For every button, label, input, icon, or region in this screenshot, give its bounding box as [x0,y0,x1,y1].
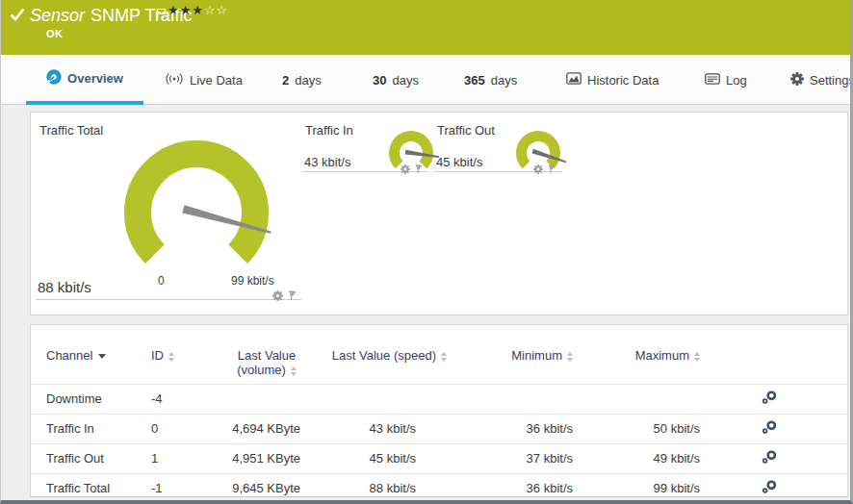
status-badge: OK [46,28,64,39]
channel-maximum: 50 kbit/s [599,415,724,444]
channel-name[interactable]: Downtime [31,385,151,415]
tab-2-days-number: 2 [282,73,289,88]
main-gauge-scale-min: 0 [158,274,165,288]
tab-overview[interactable]: Overview [26,55,143,105]
tab-30-days-number: 30 [373,73,386,88]
channel-minimum: 36 kbit/s [454,474,599,504]
traffic-total-value: 88 kbit/s [38,279,91,295]
channel-id: 0 [151,415,214,444]
channel-name[interactable]: Traffic Out [31,444,151,474]
gauges-panel: Traffic Total 0 99 kbit/s 88 kbit/s [30,112,848,315]
sensor-header: SensorSNMP Traffic ★★★☆☆ OK [1,0,850,55]
tab-overview-label: Overview [67,71,123,86]
tab-live-data[interactable]: Live Data [163,55,245,105]
tab-bar: Overview Live Data 2 days 30 days 365 da… [1,55,850,105]
channel-id: 1 [151,444,214,474]
column-header-last-value-volume[interactable]: Last Value (volume) [214,325,320,385]
traffic-out-value: 45 kbit/s [436,155,482,169]
sensor-title-prefix: Sensor [30,6,85,25]
column-header-actions [724,325,847,385]
channel-maximum [599,385,724,415]
column-header-channel[interactable]: Channel [31,325,151,385]
tab-30-days-label: days [392,73,418,88]
gauge-gear-icon[interactable] [272,288,283,305]
table-row: Traffic Total -1 9,645 KByte 88 kbit/s 3… [31,474,847,504]
main-gauge-scale-max: 99 kbit/s [231,274,274,288]
channel-id: -4 [151,385,214,415]
column-header-id[interactable]: ID [151,325,214,385]
gauge-pin-icon[interactable] [287,288,297,305]
channel-settings-icon[interactable] [762,450,777,466]
channel-last-value-volume: 9,645 KByte [214,474,320,504]
sort-icon [168,352,174,362]
channels-panel: Channel ID Last Value (volume) L [30,324,848,497]
tab-historic-data-label: Historic Data [587,73,659,88]
priority-stars-filled[interactable]: ★★★ [168,3,204,17]
column-header-maximum[interactable]: Maximum [599,325,724,385]
sort-icon [567,352,573,362]
traffic-in-gauge-title: Traffic In [305,123,353,138]
sort-icon [441,352,447,362]
channel-last-value-volume: 4,694 KByte [214,415,320,444]
sort-icon [694,352,700,362]
favorite-flag-icon[interactable] [156,7,167,24]
gauge-pin-icon[interactable] [547,161,556,178]
tab-365-days-number: 365 [464,73,485,88]
tab-2-days-label: days [295,73,321,88]
prtg-sensor-window: SensorSNMP Traffic ★★★☆☆ OK Overview [0,0,853,504]
main-gauge-controls [272,288,297,305]
priority-stars[interactable]: ★★★☆☆ [168,3,228,17]
channel-name[interactable]: Traffic In [31,415,151,444]
tab-2-days[interactable]: 2 days [280,55,323,105]
tab-365-days-label: days [491,73,517,88]
channels-table: Channel ID Last Value (volume) L [31,325,847,503]
channel-minimum [454,385,599,415]
tab-historic-data[interactable]: Historic Data [564,55,660,105]
traffic-out-controls [533,161,556,178]
traffic-in-value: 43 kbit/s [304,155,350,169]
tab-settings-label: Settings [810,73,853,88]
table-header-row: Channel ID Last Value (volume) L [31,325,847,385]
channel-last-value-speed [320,385,454,415]
divider [36,299,301,300]
channel-maximum: 49 kbit/s [599,444,724,474]
channel-settings-icon[interactable] [762,420,777,437]
channel-settings-icon[interactable] [762,391,777,407]
channel-settings-icon[interactable] [762,480,777,496]
channel-id: -1 [151,474,214,504]
traffic-in-controls [401,161,423,178]
gauge-pin-icon[interactable] [414,161,423,178]
gauge-gear-icon[interactable] [533,161,543,178]
channel-name[interactable]: Traffic Total [31,474,151,504]
tab-log-label: Log [726,73,747,88]
traffic-out-gauge-title: Traffic Out [437,123,495,138]
sort-desc-icon [98,354,106,359]
table-row: Traffic In 0 4,694 KByte 43 kbit/s 36 kb… [31,415,847,444]
content-area: Traffic Total 0 99 kbit/s 88 kbit/s [1,105,850,497]
main-gauge-title: Traffic Total [39,123,103,138]
channel-maximum: 99 kbit/s [599,474,724,504]
channel-minimum: 36 kbit/s [454,415,599,444]
priority-stars-empty[interactable]: ☆☆ [204,3,228,17]
tab-log[interactable]: Log [703,55,749,105]
gauge-gear-icon[interactable] [401,161,410,178]
channel-last-value-speed: 45 kbit/s [320,444,454,474]
chart-tab-icon [566,72,582,88]
channel-last-value-volume: 4,951 KByte [214,444,320,474]
tab-365-days[interactable]: 365 days [462,55,519,105]
column-header-last-value-speed[interactable]: Last Value (speed) [320,325,454,385]
tab-settings[interactable]: Settings [788,55,853,105]
column-header-minimum[interactable]: Minimum [454,325,599,385]
tab-live-data-label: Live Data [190,73,243,88]
settings-gear-icon [790,72,804,88]
table-row: Downtime -4 [31,385,847,415]
sort-icon [291,366,297,376]
channel-last-value-speed: 43 kbit/s [320,415,454,444]
live-broadcast-icon [165,72,184,88]
tab-30-days[interactable]: 30 days [371,55,421,105]
gauge-tab-icon [46,69,62,88]
table-row: Traffic Out 1 4,951 KByte 45 kbit/s 37 k… [31,444,847,474]
traffic-total-gauge [100,121,322,296]
channel-minimum: 37 kbit/s [454,444,599,474]
log-list-icon [705,73,720,88]
